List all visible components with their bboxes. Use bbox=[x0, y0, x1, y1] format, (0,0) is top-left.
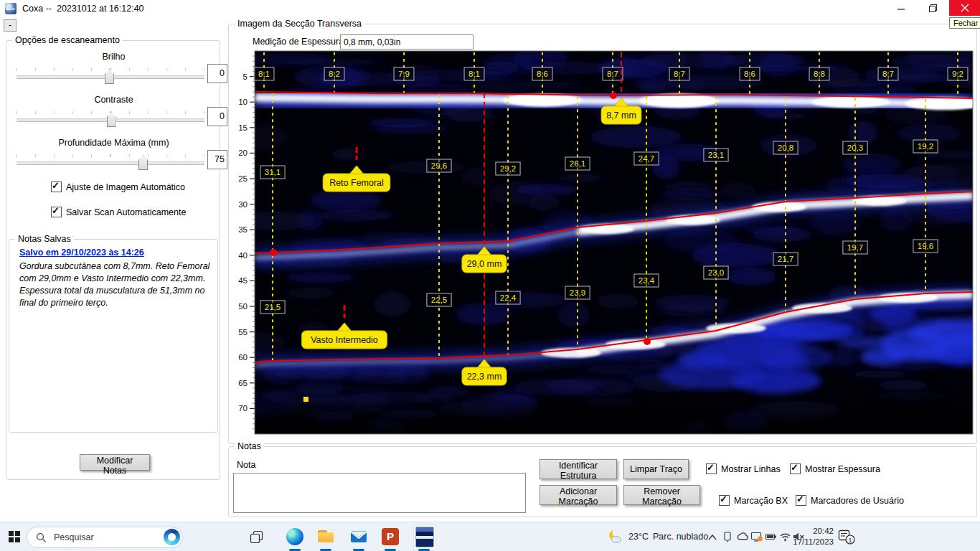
file-explorer-icon[interactable] bbox=[317, 528, 334, 545]
svg-text:23,1: 23,1 bbox=[708, 151, 724, 159]
checkbox-show-lines-box[interactable] bbox=[706, 463, 717, 474]
ultrasound-app-icon[interactable] bbox=[415, 527, 434, 547]
svg-text:22,5: 22,5 bbox=[431, 296, 447, 304]
scan-options-title: Opções de escaneamento bbox=[12, 35, 123, 45]
powerpoint-icon[interactable]: P bbox=[382, 528, 399, 545]
taskbar: Pesquisar P 23°C Parc. nublado bbox=[0, 522, 980, 551]
minimize-button[interactable] bbox=[885, 0, 917, 16]
collapse-button[interactable]: - bbox=[4, 19, 17, 32]
vasto-thickness-label: 23,9 bbox=[565, 286, 590, 299]
nota-textarea[interactable] bbox=[233, 473, 526, 513]
tray-device-icon[interactable] bbox=[722, 531, 733, 542]
identify-structure-button[interactable]: Identificar Estrutura bbox=[540, 459, 617, 479]
contrast-label: Contraste bbox=[6, 95, 221, 105]
weather-temp[interactable]: 23°C bbox=[628, 532, 649, 542]
search-box[interactable]: Pesquisar bbox=[27, 527, 183, 548]
fat-thickness-label: 8,7 bbox=[878, 67, 898, 80]
saved-notes-group: Notas Salvas Salvo em 29/10/2023 às 14:2… bbox=[9, 239, 218, 433]
contrast-value[interactable]: 0 bbox=[207, 107, 227, 126]
clear-trace-button[interactable]: Limpar Traço bbox=[623, 459, 689, 479]
search-placeholder: Pesquisar bbox=[54, 532, 94, 542]
saved-notes-body: Gordura subcutânea com 8,7mm. Reto Femor… bbox=[19, 260, 222, 309]
checkbox-auto-image-box[interactable] bbox=[51, 182, 62, 192]
svg-text:19,2: 19,2 bbox=[918, 142, 933, 151]
checkbox-auto-save[interactable]: Salvar Scan Automaticamente bbox=[51, 207, 186, 217]
checkbox-show-thickness-box[interactable] bbox=[790, 463, 801, 474]
checkbox-auto-save-box[interactable] bbox=[51, 207, 62, 217]
remove-marker-button[interactable]: Remover Marcação bbox=[623, 485, 700, 505]
svg-text:8,7 mm: 8,7 mm bbox=[606, 110, 636, 121]
vasto-thickness-label: 23,4 bbox=[634, 274, 659, 287]
svg-text:20,8: 20,8 bbox=[778, 143, 793, 152]
vasto-thickness-label: 23,0 bbox=[704, 266, 728, 279]
reto-thickness-label: 20,3 bbox=[843, 141, 867, 154]
checkbox-user-markers-box[interactable] bbox=[796, 495, 806, 506]
weather-condition[interactable]: Parc. nublado bbox=[653, 532, 708, 542]
copilot-icon[interactable] bbox=[164, 529, 180, 545]
nota-label: Nota bbox=[237, 460, 255, 470]
svg-text:Vasto Intermedio: Vasto Intermedio bbox=[311, 335, 378, 345]
svg-text:21,7: 21,7 bbox=[778, 255, 793, 263]
modify-notes-button[interactable]: Modificar Notas bbox=[80, 454, 150, 471]
fat-thickness-label: 8,7 bbox=[603, 67, 623, 80]
checkbox-bx-marker-box[interactable] bbox=[719, 495, 730, 506]
svg-text:30: 30 bbox=[238, 200, 248, 209]
brightness-label: Brilho bbox=[6, 52, 221, 62]
checkbox-bx-marker[interactable]: Marcação BX bbox=[719, 495, 788, 506]
clock[interactable]: 20:42 17/11/2023 bbox=[788, 526, 834, 547]
svg-text:8,7: 8,7 bbox=[607, 70, 618, 78]
reto-thickness-label: 29,6 bbox=[427, 159, 451, 172]
svg-text:21,5: 21,5 bbox=[265, 303, 281, 311]
svg-text:20,3: 20,3 bbox=[847, 143, 863, 152]
search-icon bbox=[36, 532, 47, 543]
fat-thickness-label: 8,7 bbox=[669, 67, 689, 80]
close-button[interactable] bbox=[949, 0, 980, 16]
max-depth-ticks bbox=[17, 154, 204, 157]
notes-group-title: Notas bbox=[235, 441, 264, 451]
brightness-value[interactable]: 0 bbox=[207, 64, 227, 83]
maximize-button[interactable] bbox=[917, 0, 949, 16]
tray-chevron-icon[interactable] bbox=[707, 533, 718, 542]
weather-icon[interactable] bbox=[607, 528, 624, 545]
svg-text:5: 5 bbox=[243, 72, 248, 81]
add-marker-button[interactable]: Adicionar Marcação bbox=[540, 485, 617, 505]
checkbox-user-markers[interactable]: Marcadores de Usuário bbox=[796, 495, 904, 506]
svg-text:8,1: 8,1 bbox=[468, 70, 480, 78]
max-depth-thumb[interactable] bbox=[138, 155, 148, 170]
edge-icon[interactable] bbox=[286, 528, 303, 545]
battery-icon[interactable] bbox=[765, 531, 778, 542]
svg-text:26,1: 26,1 bbox=[570, 159, 585, 168]
svg-text:22,3 mm: 22,3 mm bbox=[467, 372, 502, 382]
svg-text:45: 45 bbox=[238, 276, 248, 285]
reto-thickness-label: 19,2 bbox=[913, 140, 938, 153]
svg-text:55: 55 bbox=[238, 328, 248, 336]
reto-thickness-label: 20,8 bbox=[773, 141, 798, 154]
contrast-thumb[interactable] bbox=[107, 112, 116, 127]
svg-text:23,0: 23,0 bbox=[708, 268, 724, 277]
task-view-icon[interactable] bbox=[250, 530, 264, 544]
svg-text:19,6: 19,6 bbox=[918, 242, 933, 250]
mail-icon[interactable] bbox=[350, 528, 367, 545]
ultrasound-image[interactable]: 5101520253035404550556065708,18,27,98,18… bbox=[234, 43, 977, 439]
max-depth-track[interactable] bbox=[17, 161, 204, 165]
start-button[interactable] bbox=[9, 531, 20, 542]
fat-thickness-label: 8,8 bbox=[809, 67, 829, 80]
checkbox-auto-image[interactable]: Ajuste de Imagem Automático bbox=[51, 182, 185, 192]
reto-thickness-label: 29,2 bbox=[496, 162, 520, 175]
window-title: Coxa -- 20231012 at 16:12:40 bbox=[22, 4, 144, 14]
svg-text:8,1: 8,1 bbox=[258, 70, 270, 78]
svg-text:8,6: 8,6 bbox=[744, 70, 755, 78]
saved-notes-link[interactable]: Salvo em 29/10/2023 às 14:26 bbox=[19, 248, 144, 258]
svg-text:60: 60 bbox=[238, 353, 248, 362]
onedrive-icon[interactable] bbox=[736, 531, 749, 542]
fat-thickness-label: 7,9 bbox=[394, 67, 414, 80]
max-depth-value[interactable]: 75 bbox=[207, 150, 227, 169]
checkbox-show-thickness[interactable]: Mostrar Espessura bbox=[790, 463, 880, 474]
brightness-thumb[interactable] bbox=[105, 69, 114, 84]
checkbox-show-lines[interactable]: Mostrar Linhas bbox=[706, 463, 781, 474]
titlebar: Coxa -- 20231012 at 16:12:40 bbox=[0, 0, 980, 17]
svg-text:20: 20 bbox=[238, 149, 248, 157]
reto-thickness-label: 24,7 bbox=[634, 152, 659, 165]
sync-screen-icon[interactable] bbox=[750, 531, 763, 542]
notification-icon[interactable]: 1 bbox=[838, 529, 857, 545]
